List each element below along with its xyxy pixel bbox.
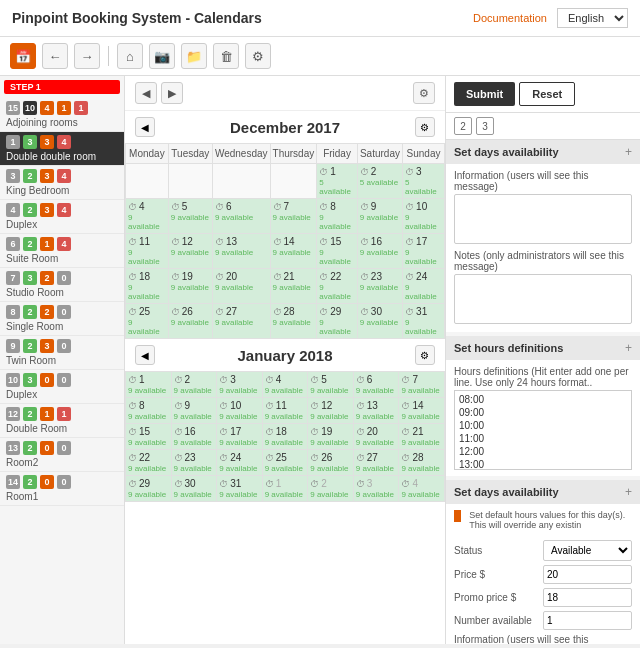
- cal-month-prev[interactable]: ◀: [135, 345, 155, 365]
- cal-day-cell[interactable]: ⏱ 5 9 available: [168, 199, 212, 234]
- cal-day-cell[interactable]: ⏱ 13 9 available: [212, 234, 270, 269]
- cal-day-cell[interactable]: ⏱ 11 9 available: [126, 234, 169, 269]
- cal-day-cell[interactable]: ⏱ 27 9 available: [212, 304, 270, 339]
- cal-day-cell[interactable]: ⏱ 14 9 available: [270, 234, 317, 269]
- cal-day-cell[interactable]: [212, 164, 270, 199]
- cal-day-cell[interactable]: ⏱ 3 9 available: [217, 372, 263, 398]
- sidebar-item[interactable]: 14 200 Room1: [0, 472, 124, 506]
- cal-day-cell[interactable]: ⏱ 18 9 available: [262, 424, 308, 450]
- sidebar-item[interactable]: 4 234 Duplex: [0, 200, 124, 234]
- promo-input[interactable]: [543, 588, 632, 607]
- cal-day-cell[interactable]: ⏱ 12 9 available: [168, 234, 212, 269]
- step2-badge[interactable]: 2: [454, 117, 472, 135]
- language-select[interactable]: English: [557, 8, 628, 28]
- cal-day-cell[interactable]: ⏱ 16 9 available: [357, 234, 402, 269]
- cal-day-cell[interactable]: ⏱ 8 9 available: [317, 199, 358, 234]
- cal-day-cell[interactable]: ⏱ 4 9 available: [126, 199, 169, 234]
- section1-collapse[interactable]: +: [625, 145, 632, 159]
- section1-header[interactable]: Set days availability +: [446, 140, 640, 164]
- toolbar-forward-btn[interactable]: →: [74, 43, 100, 69]
- cal-day-cell[interactable]: ⏱ 1 9 available: [262, 476, 308, 502]
- cal-day-cell[interactable]: ⏱ 22 9 available: [317, 269, 358, 304]
- cal-day-cell[interactable]: ⏱ 5 9 available: [308, 372, 354, 398]
- toolbar-image-btn[interactable]: 📷: [149, 43, 175, 69]
- cal-day-cell[interactable]: ⏱ 27 9 available: [353, 450, 399, 476]
- toolbar-gear-btn[interactable]: ⚙: [245, 43, 271, 69]
- cal-day-cell[interactable]: ⏱ 7 9 available: [399, 372, 445, 398]
- cal-day-cell[interactable]: ⏱ 16 9 available: [171, 424, 217, 450]
- sidebar-item[interactable]: 7 320 Studio Room: [0, 268, 124, 302]
- cal-day-cell[interactable]: ⏱ 1 9 available: [126, 372, 172, 398]
- sidebar-item[interactable]: 3 234 King Bedroom: [0, 166, 124, 200]
- cal-day-cell[interactable]: ⏱ 17 9 available: [217, 424, 263, 450]
- cal-day-cell[interactable]: ⏱ 1 5 available: [317, 164, 358, 199]
- cal-next-btn[interactable]: ▶: [161, 82, 183, 104]
- sidebar-item[interactable]: 10 300 Duplex: [0, 370, 124, 404]
- cal-day-cell[interactable]: ⏱ 6 9 available: [353, 372, 399, 398]
- cal-day-cell[interactable]: [168, 164, 212, 199]
- sidebar-item[interactable]: 8 220 Single Room: [0, 302, 124, 336]
- cal-day-cell[interactable]: ⏱ 26 9 available: [308, 450, 354, 476]
- sidebar-item[interactable]: 9 230 Twin Room: [0, 336, 124, 370]
- cal-month-gear[interactable]: ⚙: [415, 345, 435, 365]
- cal-day-cell[interactable]: ⏱ 10 9 available: [403, 199, 445, 234]
- section1-info-input[interactable]: [454, 194, 632, 244]
- sidebar-item[interactable]: 15 10411 Adjoining rooms: [0, 98, 124, 132]
- cal-day-cell[interactable]: ⏱ 3 5 available: [403, 164, 445, 199]
- cal-day-cell[interactable]: ⏱ 19 9 available: [168, 269, 212, 304]
- toolbar-calendar-btn[interactable]: 📅: [10, 43, 36, 69]
- cal-day-cell[interactable]: ⏱ 6 9 available: [212, 199, 270, 234]
- cal-prev-btn[interactable]: ◀: [135, 82, 157, 104]
- cal-day-cell[interactable]: ⏱ 19 9 available: [308, 424, 354, 450]
- cal-day-cell[interactable]: ⏱ 15 9 available: [126, 424, 172, 450]
- cal-day-cell[interactable]: ⏱ 2 5 available: [357, 164, 402, 199]
- cal-day-cell[interactable]: ⏱ 2 9 available: [308, 476, 354, 502]
- cal-month-gear[interactable]: ⚙: [415, 117, 435, 137]
- cal-day-cell[interactable]: ⏱ 18 9 available: [126, 269, 169, 304]
- cal-day-cell[interactable]: ⏱ 17 9 available: [403, 234, 445, 269]
- cal-day-cell[interactable]: ⏱ 30 9 available: [357, 304, 402, 339]
- cal-day-cell[interactable]: ⏱ 31 9 available: [217, 476, 263, 502]
- cal-month-prev[interactable]: ◀: [135, 117, 155, 137]
- cal-day-cell[interactable]: ⏱ 15 9 available: [317, 234, 358, 269]
- sidebar-item[interactable]: 13 200 Room2: [0, 438, 124, 472]
- cal-day-cell[interactable]: ⏱ 10 9 available: [217, 398, 263, 424]
- cal-day-cell[interactable]: ⏱ 14 9 available: [399, 398, 445, 424]
- sidebar-item[interactable]: 1 334 Double double room: [0, 132, 124, 166]
- cal-day-cell[interactable]: ⏱ 22 9 available: [126, 450, 172, 476]
- cal-day-cell[interactable]: ⏱ 25 9 available: [262, 450, 308, 476]
- section3-header[interactable]: Set days availability +: [446, 480, 640, 504]
- cal-day-cell[interactable]: ⏱ 31 9 available: [403, 304, 445, 339]
- documentation-link[interactable]: Documentation: [473, 12, 547, 24]
- cal-day-cell[interactable]: ⏱ 12 9 available: [308, 398, 354, 424]
- submit-button[interactable]: Submit: [454, 82, 515, 106]
- reset-button[interactable]: Reset: [519, 82, 575, 106]
- cal-day-cell[interactable]: ⏱ 9 9 available: [357, 199, 402, 234]
- num-input[interactable]: [543, 611, 632, 630]
- section2-collapse[interactable]: +: [625, 341, 632, 355]
- cal-day-cell[interactable]: ⏱ 24 9 available: [403, 269, 445, 304]
- cal-day-cell[interactable]: ⏱ 13 9 available: [353, 398, 399, 424]
- cal-day-cell[interactable]: ⏱ 24 9 available: [217, 450, 263, 476]
- cal-day-cell[interactable]: ⏱ 8 9 available: [126, 398, 172, 424]
- cal-day-cell[interactable]: ⏱ 4 9 available: [399, 476, 445, 502]
- toolbar-trash-btn[interactable]: 🗑: [213, 43, 239, 69]
- cal-day-cell[interactable]: ⏱ 7 9 available: [270, 199, 317, 234]
- cal-day-cell[interactable]: ⏱ 29 9 available: [126, 476, 172, 502]
- cal-day-cell[interactable]: ⏱ 21 9 available: [270, 269, 317, 304]
- cal-day-cell[interactable]: ⏱ 23 9 available: [171, 450, 217, 476]
- cal-day-cell[interactable]: ⏱ 20 9 available: [212, 269, 270, 304]
- sidebar-item[interactable]: 12 211 Double Room: [0, 404, 124, 438]
- status-select[interactable]: Available Unavailable: [543, 540, 632, 561]
- toolbar-folder-btn[interactable]: 📁: [181, 43, 207, 69]
- section2-header[interactable]: Set hours definitions +: [446, 336, 640, 360]
- cal-day-cell[interactable]: [126, 164, 169, 199]
- cal-day-cell[interactable]: ⏱ 21 9 available: [399, 424, 445, 450]
- cal-day-cell[interactable]: ⏱ 28 9 available: [270, 304, 317, 339]
- toolbar-home-btn[interactable]: ⌂: [117, 43, 143, 69]
- cal-day-cell[interactable]: ⏱ 3 9 available: [353, 476, 399, 502]
- cal-day-cell[interactable]: ⏱ 20 9 available: [353, 424, 399, 450]
- cal-day-cell[interactable]: ⏱ 26 9 available: [168, 304, 212, 339]
- cal-gear-btn[interactable]: ⚙: [413, 82, 435, 104]
- price-input[interactable]: [543, 565, 632, 584]
